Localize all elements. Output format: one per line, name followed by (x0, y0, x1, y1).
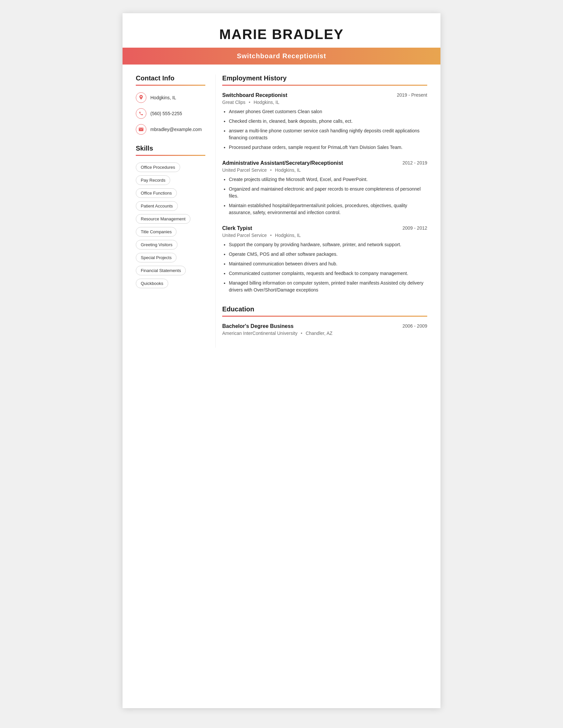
full-name: MARIE BRADLEY (122, 26, 441, 42)
bullet-item: Operate CMS, POS and all other software … (229, 251, 427, 258)
edu-dates: 2006 - 2009 (402, 323, 427, 329)
bullet-item: answer a multi-line phone customer servi… (229, 127, 427, 141)
employment-section: Employment History Switchboard Reception… (222, 74, 427, 294)
bullet-item: Processed purchase orders, sample reques… (229, 144, 427, 151)
job-entry: Clerk Typist2009 - 2012United Parcel Ser… (222, 225, 427, 294)
skill-tag: Patient Accounts (136, 201, 178, 211)
body-layout: Contact Info Hodgkins, IL (122, 74, 441, 348)
skill-tag: Pay Records (136, 175, 170, 185)
bullet-item: Create projects utilizing the Microsoft … (229, 176, 427, 183)
location-icon (136, 92, 146, 103)
location-text: Hodgkins, IL (150, 95, 176, 100)
job-bullets: Answer phones Greet customers Clean salo… (222, 108, 427, 151)
bullet-item: Support the company by providing hardwar… (229, 241, 427, 248)
skill-tag: Special Projects (136, 253, 176, 262)
education-divider (222, 316, 427, 317)
email-icon (136, 124, 146, 135)
job-dates: 2012 - 2019 (402, 160, 427, 165)
job-bullets: Create projects utilizing the Microsoft … (222, 176, 427, 216)
job-company: Great Clips • Hodgkins, IL (222, 100, 427, 105)
education-list: Bachelor's Degree BusinessAmerican Inter… (222, 323, 427, 336)
email-text: mbradley@example.com (150, 127, 202, 132)
job-entry: Administrative Assistant/Secretary/Recep… (222, 160, 427, 216)
contact-divider (136, 85, 205, 86)
skill-tag: Office Functions (136, 188, 177, 198)
bullet-item: Organized and maintained electronic and … (229, 186, 427, 200)
job-company: United Parcel Service • Hodgkins, IL (222, 233, 427, 238)
job-dates: 2009 - 2012 (402, 225, 427, 231)
header-name-section: MARIE BRADLEY (122, 13, 441, 48)
job-title: Switchboard Receptionist (222, 92, 287, 98)
job-title: Administrative Assistant/Secretary/Recep… (222, 160, 343, 166)
contact-section-title: Contact Info (136, 74, 205, 82)
skills-list: Office ProceduresPay RecordsOffice Funct… (136, 162, 205, 292)
job-bullets: Support the company by providing hardwar… (222, 241, 427, 294)
employment-divider (222, 85, 427, 86)
contact-email: mbradley@example.com (136, 124, 205, 135)
skill-tag: Financial Statements (136, 266, 186, 275)
phone-icon (136, 108, 146, 119)
bullet-item: Managed billing information on computer … (229, 280, 427, 294)
bullet-item: Checked clients in, cleaned, bank deposi… (229, 118, 427, 125)
skills-section-title: Skills (136, 145, 205, 152)
contact-location: Hodgkins, IL (136, 92, 205, 103)
sidebar: Contact Info Hodgkins, IL (122, 74, 215, 348)
education-entry: Bachelor's Degree BusinessAmerican Inter… (222, 323, 427, 336)
bullet-item: Communicated customer complaints, reques… (229, 270, 427, 277)
skill-tag: Greeting Visitors (136, 240, 177, 250)
edu-degree: Bachelor's Degree Business (222, 323, 333, 329)
bullet-item: Maintained communication between drivers… (229, 260, 427, 267)
skills-divider (136, 155, 205, 156)
phone-text: (560) 555-2255 (150, 111, 182, 116)
resume-page: MARIE BRADLEY Switchboard Receptionist C… (122, 13, 441, 708)
employment-section-title: Employment History (222, 74, 427, 82)
contact-list: Hodgkins, IL (560) 555-2255 (136, 92, 205, 135)
skills-section: Skills Office ProceduresPay RecordsOffic… (136, 145, 205, 292)
edu-school: American InterContinental University • C… (222, 331, 333, 336)
job-title-header: Switchboard Receptionist (237, 52, 326, 60)
header-title-bar: Switchboard Receptionist (122, 48, 441, 65)
skill-tag: Resource Management (136, 214, 190, 224)
job-entry: Switchboard Receptionist2019 - PresentGr… (222, 92, 427, 151)
skill-tag: Quickbooks (136, 279, 168, 288)
contact-phone: (560) 555-2255 (136, 108, 205, 119)
education-section-title: Education (222, 305, 427, 313)
job-company: United Parcel Service • Hodgkins, IL (222, 167, 427, 173)
main-content: Employment History Switchboard Reception… (215, 74, 441, 348)
bullet-item: Maintain established hospital/department… (229, 202, 427, 216)
contact-section: Contact Info Hodgkins, IL (136, 74, 205, 135)
job-title: Clerk Typist (222, 225, 252, 231)
jobs-list: Switchboard Receptionist2019 - PresentGr… (222, 92, 427, 294)
skill-tag: Office Procedures (136, 162, 180, 172)
bullet-item: Answer phones Greet customers Clean salo… (229, 108, 427, 115)
skill-tag: Title Companies (136, 227, 176, 237)
education-section: Education Bachelor's Degree BusinessAmer… (222, 305, 427, 336)
job-dates: 2019 - Present (397, 92, 427, 98)
